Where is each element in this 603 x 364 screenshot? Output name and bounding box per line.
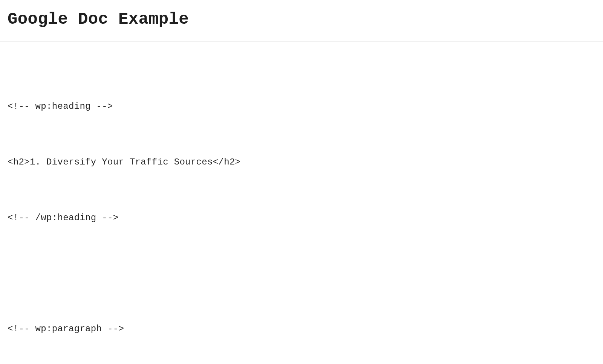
code-line: <h2>1. Diversify Your Traffic Sources</h… bbox=[8, 153, 595, 171]
code-line: <!-- /wp:heading --> bbox=[8, 209, 595, 227]
blank-separator bbox=[8, 264, 595, 283]
code-content: <!-- wp:heading --> <h2>1. Diversify You… bbox=[0, 41, 603, 364]
page-title: Google Doc Example bbox=[8, 9, 595, 30]
document-page: Google Doc Example <!-- wp:heading --> <… bbox=[0, 0, 603, 364]
code-line: <!-- wp:heading --> bbox=[8, 97, 595, 116]
title-block: Google Doc Example bbox=[0, 9, 603, 41]
code-line: <!-- wp:paragraph --> bbox=[8, 320, 595, 338]
